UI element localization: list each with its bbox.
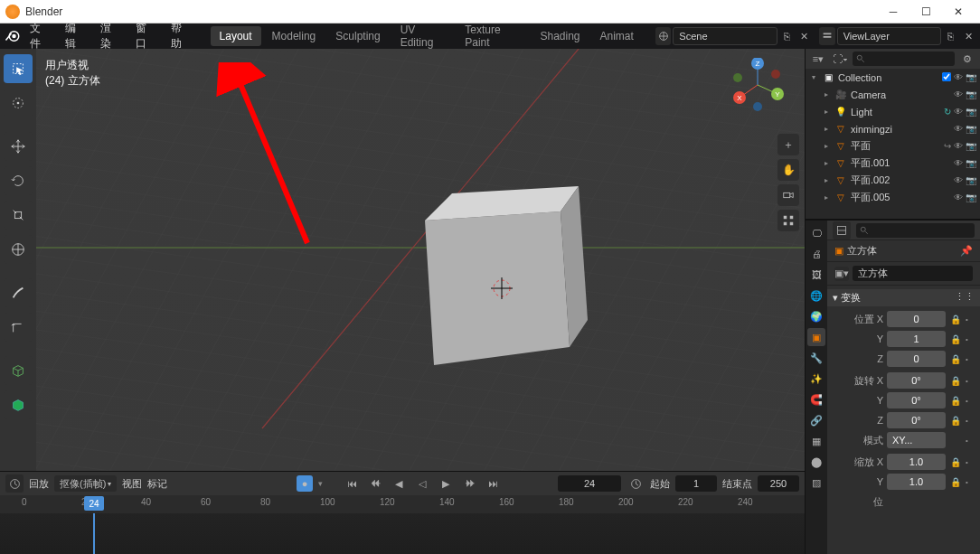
rotation-mode-select[interactable]: XY... bbox=[887, 432, 946, 448]
tab-physics[interactable]: 🧲 bbox=[807, 390, 825, 408]
tab-viewlayer[interactable]: 🖼 bbox=[807, 266, 825, 284]
current-frame-input[interactable]: 24 bbox=[558, 475, 621, 492]
eye-icon[interactable]: 👁 bbox=[954, 124, 963, 134]
workspace-tab-texturepaint[interactable]: Texture Paint bbox=[456, 20, 529, 52]
outliner-item-plane[interactable]: ▸▽ 平面 ↪ 👁 📷 bbox=[806, 137, 980, 155]
object-name-breadcrumb[interactable]: 立方体 bbox=[847, 244, 877, 258]
pan-icon[interactable]: ✋ bbox=[777, 159, 799, 181]
timeline-playback-menu[interactable]: 回放 bbox=[29, 477, 49, 491]
tool-annotate[interactable] bbox=[4, 278, 33, 307]
scene-browse-icon[interactable] bbox=[655, 27, 671, 45]
render-icon[interactable]: 📷 bbox=[966, 175, 976, 185]
minimize-button[interactable]: ─ bbox=[877, 1, 909, 23]
outliner-filter-icon[interactable]: ⛶▾ bbox=[831, 50, 849, 68]
tab-particles[interactable]: ✨ bbox=[807, 370, 825, 388]
outliner-display-mode-icon[interactable]: ≡▾ bbox=[809, 50, 827, 68]
navigation-gizmo[interactable]: Z Y X bbox=[730, 58, 785, 112]
tool-measure[interactable] bbox=[4, 313, 33, 342]
pin-icon[interactable]: 📌 bbox=[960, 245, 973, 257]
blender-logo-icon[interactable] bbox=[4, 26, 21, 46]
tab-object[interactable]: ▣ bbox=[807, 328, 825, 346]
scene-name-input[interactable]: Scene bbox=[673, 27, 777, 45]
lock-icon[interactable]: 🔒 bbox=[949, 477, 962, 487]
render-icon[interactable]: 📷 bbox=[966, 124, 976, 134]
tool-scale[interactable] bbox=[4, 201, 33, 230]
workspace-tab-animation[interactable]: Animat bbox=[591, 26, 643, 46]
frame-prev-icon[interactable]: ◀ bbox=[390, 474, 408, 493]
eye-icon[interactable]: 👁 bbox=[954, 89, 963, 99]
camera-view-icon[interactable] bbox=[777, 184, 799, 206]
play-icon[interactable]: ▶ bbox=[437, 474, 455, 493]
maximize-button[interactable]: ☐ bbox=[909, 1, 942, 23]
outliner-item-plane005[interactable]: ▸▽ 平面.005 👁 📷 bbox=[806, 189, 980, 206]
lock-icon[interactable]: 🔒 bbox=[949, 354, 962, 364]
tab-render[interactable]: 🖵 bbox=[807, 224, 825, 242]
workspace-tab-shading[interactable]: Shading bbox=[531, 26, 589, 46]
outliner-item-plane002[interactable]: ▸▽ 平面.002 👁 📷 bbox=[806, 172, 980, 189]
3d-viewport[interactable]: 用户透视 (24) 立方体 Z Y bbox=[36, 49, 805, 471]
eye-icon[interactable]: 👁 bbox=[954, 107, 963, 117]
viewlayer-name-input[interactable]: ViewLayer bbox=[837, 27, 941, 45]
render-icon[interactable]: 📷 bbox=[966, 158, 976, 168]
scale-x-input[interactable]: 1.0 bbox=[887, 454, 946, 470]
workspace-tab-layout[interactable]: Layout bbox=[211, 26, 261, 46]
outliner-item-light[interactable]: ▸💡 Light ↻ 👁 📷 bbox=[806, 103, 980, 120]
lock-icon[interactable]: 🔒 bbox=[949, 376, 962, 386]
outliner-item-xinmingzi[interactable]: ▸▽ xinmingzi 👁 📷 bbox=[806, 120, 980, 137]
timeline-keying-menu[interactable]: 抠像(插帧)▾ bbox=[54, 475, 117, 492]
timeline-track-area[interactable]: 24 bbox=[0, 513, 805, 554]
tab-world[interactable]: 🌍 bbox=[807, 307, 825, 325]
tool-move[interactable] bbox=[4, 132, 33, 161]
frame-next-icon[interactable]: ⯮ bbox=[460, 474, 478, 493]
tab-scene[interactable]: 🌐 bbox=[807, 286, 825, 305]
outliner-item-camera[interactable]: ▸🎥 Camera 👁 📷 bbox=[806, 86, 980, 103]
eye-icon[interactable]: 👁 bbox=[954, 175, 963, 185]
tab-modifiers[interactable]: 🔧 bbox=[807, 349, 825, 367]
collection-checkbox[interactable] bbox=[942, 72, 951, 81]
outliner-search[interactable] bbox=[853, 52, 955, 66]
tool-cursor[interactable] bbox=[4, 89, 33, 117]
jump-start-icon[interactable]: ⏮ bbox=[343, 474, 361, 493]
timeline-marker-menu[interactable]: 标记 bbox=[147, 477, 167, 491]
scale-y-input[interactable]: 1.0 bbox=[887, 474, 946, 490]
scene-new-icon[interactable]: ⎘ bbox=[779, 27, 795, 45]
timeline-editor-type-icon[interactable] bbox=[5, 474, 24, 493]
object-data-name-input[interactable]: 立方体 bbox=[853, 266, 973, 281]
location-x-input[interactable]: 0 bbox=[887, 311, 946, 327]
close-button[interactable]: ✕ bbox=[942, 1, 975, 23]
workspace-tab-modeling[interactable]: Modeling bbox=[263, 26, 325, 46]
outliner-collection-row[interactable]: ▾ ▣ Collection 👁 📷 bbox=[806, 69, 980, 86]
viewlayer-browse-icon[interactable] bbox=[819, 27, 834, 45]
end-frame-input[interactable]: 250 bbox=[758, 475, 799, 492]
tab-output[interactable]: 🖨 bbox=[807, 245, 825, 263]
timeline-playhead[interactable]: 24 bbox=[93, 513, 95, 554]
tool-add-cube[interactable] bbox=[4, 356, 33, 385]
viewlayer-delete-icon[interactable]: ✕ bbox=[961, 27, 976, 45]
perspective-toggle-icon[interactable] bbox=[777, 210, 799, 231]
viewlayer-new-icon[interactable]: ⎘ bbox=[943, 27, 958, 45]
tool-select-box[interactable] bbox=[4, 54, 33, 83]
tab-texture[interactable]: ▨ bbox=[807, 474, 825, 492]
eye-icon[interactable]: 👁 bbox=[954, 192, 963, 202]
keyframe-prev-icon[interactable]: ⯬ bbox=[366, 474, 384, 493]
eye-icon[interactable]: 👁 bbox=[954, 141, 963, 151]
tab-data[interactable]: ▦ bbox=[807, 432, 825, 450]
rotation-z-input[interactable]: 0° bbox=[887, 412, 946, 428]
scene-delete-icon[interactable]: ✕ bbox=[796, 27, 812, 45]
timeline-view-menu[interactable]: 视图 bbox=[122, 477, 142, 491]
rotation-y-input[interactable]: 0° bbox=[887, 392, 946, 408]
lock-icon[interactable]: 🔒 bbox=[949, 315, 962, 324]
lock-icon[interactable]: 🔒 bbox=[949, 396, 962, 406]
render-icon[interactable]: 📷 bbox=[966, 141, 976, 151]
use-preview-range-icon[interactable] bbox=[627, 474, 645, 493]
zoom-icon[interactable]: ＋ bbox=[777, 134, 799, 155]
tab-material[interactable]: ⬤ bbox=[807, 453, 825, 471]
outliner-item-plane001[interactable]: ▸▽ 平面.001 👁 📷 bbox=[806, 155, 980, 172]
outliner-filter-toggle-icon[interactable]: ⚙ bbox=[958, 50, 976, 68]
workspace-tab-uvediting[interactable]: UV Editing bbox=[391, 20, 455, 52]
properties-search[interactable] bbox=[856, 223, 975, 238]
workspace-tab-sculpting[interactable]: Sculpting bbox=[326, 26, 389, 46]
tool-transform[interactable] bbox=[4, 235, 33, 264]
lock-icon[interactable]: 🔒 bbox=[949, 457, 962, 467]
lock-icon[interactable]: 🔒 bbox=[949, 334, 962, 344]
